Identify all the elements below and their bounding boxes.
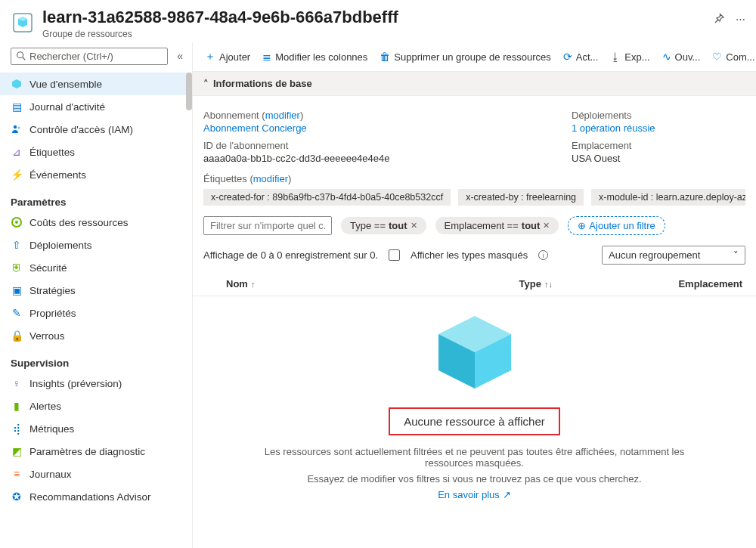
shield-icon: ⛨ <box>11 262 23 274</box>
modify-tags-link[interactable]: modifier <box>253 173 288 184</box>
add-filter-button[interactable]: ⊕Ajouter un filtre <box>568 216 665 235</box>
sort-icon: ↑↓ <box>544 280 553 289</box>
sidebar-item-metrics[interactable]: ⢾Métriques <box>0 417 192 440</box>
record-count: Affichage de 0 à 0 enregistrement sur 0. <box>203 249 378 261</box>
svg-point-9 <box>15 221 18 224</box>
download-icon: ⭳ <box>610 51 621 63</box>
chevron-down-icon: ˅ <box>733 249 739 261</box>
toolbar-export-button[interactable]: ⭳Exp... <box>606 48 654 66</box>
metrics-icon: ⢾ <box>11 423 23 435</box>
svg-marker-5 <box>12 79 21 88</box>
sidebar-item-insights[interactable]: ♀Insights (préversion) <box>0 372 192 395</box>
toolbar-delete-button[interactable]: 🗑Supprimer un groupe de ressources <box>375 48 555 66</box>
sidebar-item-strategies[interactable]: ▣Stratégies <box>0 279 192 302</box>
location-value: USA Ouest <box>572 153 745 164</box>
show-hidden-label: Afficher les types masqués <box>411 249 528 261</box>
close-icon[interactable]: ✕ <box>411 221 417 231</box>
plus-icon: ＋ <box>205 50 215 63</box>
open-icon: ∿ <box>662 51 671 63</box>
toolbar-refresh-button[interactable]: ⟳Act... <box>559 48 603 66</box>
sidebar-item-locks[interactable]: 🔒Verrous <box>0 324 192 347</box>
sidebar-item-deploy[interactable]: ⇧Déploiements <box>0 234 192 256</box>
search-placeholder: Rechercher (Ctrl+/) <box>29 51 113 62</box>
modify-subscription-link[interactable]: modifier <box>265 110 300 121</box>
toolbar-add-button[interactable]: ＋Ajouter <box>200 47 255 67</box>
more-icon[interactable]: ⋯ <box>736 14 745 25</box>
logs-icon: ≡ <box>11 468 23 480</box>
filter-input[interactable] <box>203 216 332 235</box>
scrollbar[interactable] <box>186 73 192 110</box>
toolbar-open-button[interactable]: ∿Ouv... <box>658 48 705 66</box>
sidebar-item-costs[interactable]: Coûts des ressources <box>0 211 192 234</box>
filter-pill-type[interactable]: Type == tout✕ <box>341 217 426 234</box>
tag-chip[interactable]: x-module-id : learn.azure.deploy-az <box>591 189 745 206</box>
external-link-icon: ↗ <box>503 489 511 500</box>
svg-point-7 <box>17 126 20 128</box>
section-params: Paramètres <box>0 186 192 211</box>
info-icon[interactable]: i <box>538 250 548 260</box>
close-icon[interactable]: ✕ <box>543 221 550 231</box>
iam-icon <box>11 123 23 135</box>
sidebar-item-tags[interactable]: ⊿Étiquettes <box>0 141 192 163</box>
tag-chip[interactable]: x-created-for : 89b6a9fb-c37b-4fd4-b0a5-… <box>203 189 451 206</box>
sidebar-item-logs[interactable]: ≡Journaux <box>0 463 192 485</box>
tag-icon: ⊿ <box>11 146 23 158</box>
bulb-icon: ♀ <box>11 377 23 389</box>
page-subtitle: Groupe de ressources <box>42 29 705 39</box>
col-type[interactable]: Type↑↓ <box>420 278 583 289</box>
info-section-toggle[interactable]: ˄ Informations de base <box>193 72 756 96</box>
sidebar-item-properties[interactable]: ✎Propriétés <box>0 302 192 324</box>
show-hidden-checkbox[interactable] <box>389 249 400 261</box>
empty-cube-icon <box>429 310 520 395</box>
learn-more-link[interactable]: En savoir plus↗ <box>438 489 511 500</box>
svg-line-4 <box>23 57 26 60</box>
cost-icon <box>11 216 23 228</box>
empty-text-2: Essayez de modifier vos filtres si vous … <box>307 473 641 485</box>
col-nom[interactable]: Nom↑ <box>203 278 420 289</box>
props-icon: ✎ <box>11 307 23 319</box>
empty-title: Aucune ressource à afficher <box>389 407 560 435</box>
columns-icon: ≣ <box>262 51 271 63</box>
sidebar-item-iam[interactable]: Contrôle d'accès (IAM) <box>0 118 192 141</box>
svg-point-6 <box>14 125 17 128</box>
subscription-id: aaaa0a0a-bb1b-cc2c-dd3d-eeeeee4e4e4e <box>203 153 549 164</box>
refresh-icon: ⟳ <box>563 51 572 63</box>
bolt-icon: ⚡ <box>11 169 23 181</box>
sidebar-item-overview[interactable]: Vue d'ensemble <box>0 73 192 95</box>
chevron-up-icon: ˄ <box>203 78 209 89</box>
strategy-icon: ▣ <box>11 284 23 296</box>
empty-text-1: Les ressources sont actuellement filtrée… <box>263 446 686 469</box>
sidebar-item-advisor[interactable]: ✪Recommandations Advisor <box>0 485 192 508</box>
sidebar-item-security[interactable]: ⛨Sécurité <box>0 256 192 279</box>
pin-icon[interactable] <box>713 12 725 26</box>
toolbar-comment-button[interactable]: ♡Com... <box>708 48 756 66</box>
filter-pill-location[interactable]: Emplacement == tout✕ <box>435 217 559 234</box>
deploy-icon: ⇧ <box>11 239 23 251</box>
resource-group-icon <box>11 11 35 35</box>
toolbar-columns-button[interactable]: ≣Modifier les colonnes <box>258 48 372 66</box>
grouping-select[interactable]: Aucun regroupement˅ <box>602 246 745 265</box>
tag-chip[interactable]: x-created-by : freelearning <box>458 189 584 206</box>
page-title: learn-31a62588-9867-48a4-9e6b-666a7bdbef… <box>42 8 705 27</box>
sidebar-item-activity[interactable]: ▤Journal d'activité <box>0 95 192 118</box>
sidebar-item-diag[interactable]: ◩Paramètres de diagnostic <box>0 440 192 463</box>
collapse-sidebar-icon[interactable]: « <box>174 47 186 65</box>
sidebar-item-events[interactable]: ⚡Événements <box>0 163 192 186</box>
deployments-link[interactable]: 1 opération réussie <box>572 122 745 134</box>
sort-icon: ↑ <box>251 280 256 289</box>
filter-icon: ⊕ <box>578 220 586 231</box>
log-icon: ▤ <box>11 101 23 113</box>
search-input[interactable]: Rechercher (Ctrl+/) <box>11 48 168 65</box>
col-emp[interactable]: Emplacement <box>583 278 745 289</box>
svg-point-3 <box>17 52 23 58</box>
trash-icon: 🗑 <box>380 51 390 63</box>
diag-icon: ◩ <box>11 445 23 457</box>
cube-icon <box>11 78 23 90</box>
lock-icon: 🔒 <box>11 330 23 342</box>
subscription-link[interactable]: Abonnement Concierge <box>203 122 549 134</box>
alert-icon: ▮ <box>11 400 23 412</box>
advisor-icon: ✪ <box>11 491 23 503</box>
heart-icon: ♡ <box>712 51 722 63</box>
section-supervision: Supervision <box>0 347 192 372</box>
sidebar-item-alerts[interactable]: ▮Alertes <box>0 395 192 417</box>
